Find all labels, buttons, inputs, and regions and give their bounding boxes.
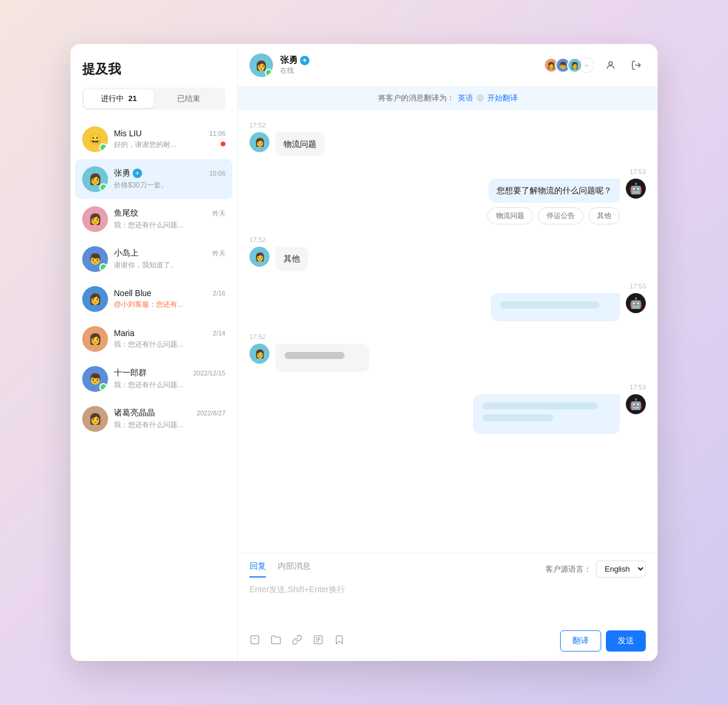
lang-selector: 客户源语言： English 中文 日本語 한국어	[545, 560, 646, 578]
telegram-icon: ✈	[133, 169, 142, 178]
conv-name: Mis LIU	[114, 129, 141, 138]
avatar-group: 👩 👦 👩 +	[544, 58, 594, 73]
translate-button[interactable]: 翻译	[560, 630, 601, 652]
msg-avatar: 👩	[250, 344, 269, 364]
conv-info: 张勇 ✈ 10:06 价格$30刀一套。	[114, 168, 225, 190]
conv-time: 2/14	[213, 330, 225, 337]
message-bubble: 您想要了解物流的什么问题呢？	[488, 179, 620, 203]
msg-avatar: 👩	[250, 132, 269, 152]
input-placeholder: Enter发送,Shift+Enter换行	[250, 585, 345, 594]
message-bubble-loading	[491, 293, 620, 321]
conversation-item[interactable]: 👦 十一郎群 2022/12/15 我：您还有什么问题...	[70, 359, 237, 399]
message-time: 17:52	[250, 122, 646, 129]
start-translate-link[interactable]: 开始翻译	[487, 93, 518, 103]
sidebar-title: 提及我	[82, 61, 225, 78]
quick-reply-other[interactable]: 其他	[588, 207, 620, 224]
quick-reply-suspend[interactable]: 停运公告	[538, 207, 584, 224]
conv-info: Noell Blue 2/16 @小刘客服：您还有...	[114, 288, 225, 310]
conversation-list: 😀 Mis LIU 11:06 好的，谢谢您的耐... 👩 张勇	[70, 119, 237, 661]
message-time: 17:53	[250, 168, 646, 175]
message-row: 👩 其他	[250, 247, 646, 271]
bot-avatar: 🤖	[626, 179, 646, 199]
loading-bar	[285, 352, 345, 359]
sidebar-tabs: 进行中 21 已结束	[82, 88, 225, 110]
note-icon[interactable]	[313, 634, 323, 648]
conv-time: 2/16	[213, 290, 225, 297]
conv-preview: 好的，谢谢您的耐...	[114, 140, 225, 150]
avatar: 👩	[82, 286, 108, 312]
conv-name: Noell Blue	[114, 288, 151, 298]
tab-internal[interactable]: 内部消息	[278, 561, 311, 578]
message-time: 17:52	[250, 333, 646, 340]
message-bubble: 物流问题	[275, 132, 325, 156]
conversation-item-active[interactable]: 👩 张勇 ✈ 10:06 价格$30刀一套。	[75, 159, 232, 199]
sidebar-header: 提及我	[70, 44, 237, 88]
toolbar-actions: 翻译 发送	[560, 630, 646, 652]
message-row: 👩 物流问题	[250, 132, 646, 156]
user-icon-button[interactable]	[601, 56, 620, 75]
telegram-icon: ✈	[300, 56, 309, 65]
message-row: 👩	[250, 344, 646, 372]
header-actions: 👩 👦 👩 +	[544, 56, 646, 75]
message-row: 🤖 您想要了解物流的什么问题呢？ 物流问题 停运公告 其他	[250, 179, 646, 224]
add-agent-button[interactable]: +	[579, 58, 594, 73]
message-group: 17:53 🤖	[250, 283, 646, 321]
logout-icon-button[interactable]	[627, 56, 646, 75]
conv-name: 十一郎群	[114, 368, 147, 378]
chat-header-left: 👩 张勇 ✈ 在线	[250, 53, 309, 77]
svg-rect-2	[251, 636, 259, 644]
format-icon[interactable]	[250, 634, 260, 648]
tab-reply[interactable]: 回复	[250, 561, 266, 578]
conversation-item[interactable]: 👩 Noell Blue 2/16 @小刘客服：您还有...	[70, 279, 237, 319]
loading-bar	[483, 414, 553, 421]
message-group: 17:52 👩 物流问题	[250, 122, 646, 156]
avatar: 👦	[82, 246, 108, 272]
tab-active[interactable]: 进行中 21	[84, 89, 154, 108]
quick-replies: 物流问题 停运公告 其他	[487, 207, 620, 224]
bot-avatar: 🤖	[626, 293, 646, 313]
send-button[interactable]: 发送	[606, 630, 646, 652]
avatar: 👩	[82, 166, 108, 192]
message-row: 🤖	[250, 394, 646, 434]
reply-tabs: 回复 内部消息 客户源语言： English 中文 日本語 한국어	[238, 553, 658, 578]
avatar: 😀	[82, 126, 108, 152]
conv-preview: @小刘客服：您还有...	[114, 300, 225, 310]
conv-preview: 价格$30刀一套。	[114, 180, 225, 190]
unread-indicator	[221, 142, 225, 146]
conversation-item[interactable]: 😀 Mis LIU 11:06 好的，谢谢您的耐...	[70, 119, 237, 159]
conversation-item[interactable]: 👦 小岛上 昨天 谢谢你，我知道了。	[70, 239, 237, 279]
bookmark-icon[interactable]	[334, 634, 345, 648]
translate-lang-link[interactable]: 英语	[458, 93, 473, 103]
message-group: 17:52 👩 其他	[250, 236, 646, 271]
message-time: 17:53	[250, 384, 646, 391]
reply-toolbar: 翻译 发送	[238, 625, 658, 661]
conv-preview: 我：您还有什么问题...	[114, 220, 225, 230]
loading-bar	[483, 402, 598, 409]
link-icon[interactable]	[292, 634, 302, 648]
app-window: 提及我 进行中 21 已结束 😀 Mis LIU 11:06 好的，谢谢您的耐.	[70, 44, 658, 661]
message-bubble-loading	[473, 394, 620, 434]
message-row: 🤖	[250, 293, 646, 321]
message-time: 17:53	[250, 283, 646, 290]
toolbar-icons	[250, 634, 345, 648]
conv-info: 十一郎群 2022/12/15 我：您还有什么问题...	[114, 368, 225, 390]
lang-select[interactable]: English 中文 日本語 한국어	[596, 560, 646, 578]
help-icon: ⓪	[477, 93, 484, 103]
loading-bar	[500, 301, 599, 308]
reply-area: 回复 内部消息 客户源语言： English 中文 日本語 한국어 Enter发…	[238, 553, 658, 661]
chat-header: 👩 张勇 ✈ 在线 👩 👦 👩 +	[238, 44, 658, 87]
svg-point-0	[609, 62, 612, 65]
quick-reply-logistics[interactable]: 物流问题	[487, 207, 533, 224]
conv-time: 昨天	[213, 249, 225, 258]
conv-time: 2022/8/27	[197, 409, 225, 417]
sidebar: 提及我 进行中 21 已结束 😀 Mis LIU 11:06 好的，谢谢您的耐.	[70, 44, 238, 661]
conv-info: 小岛上 昨天 谢谢你，我知道了。	[114, 248, 225, 270]
conv-preview: 我：您还有什么问题...	[114, 420, 225, 430]
conversation-item[interactable]: 👩 诸葛亮晶晶 2022/8/27 我：您还有什么问题...	[70, 399, 237, 439]
conversation-item[interactable]: 👩 鱼尾纹 昨天 我：您还有什么问题...	[70, 199, 237, 239]
message-time: 17:52	[250, 236, 646, 243]
reply-input[interactable]: Enter发送,Shift+Enter换行	[238, 578, 658, 625]
tab-ended[interactable]: 已结束	[154, 89, 224, 108]
conversation-item[interactable]: 👩 Maria 2/14 我：您还有什么问题...	[70, 319, 237, 359]
folder-icon[interactable]	[271, 634, 281, 648]
